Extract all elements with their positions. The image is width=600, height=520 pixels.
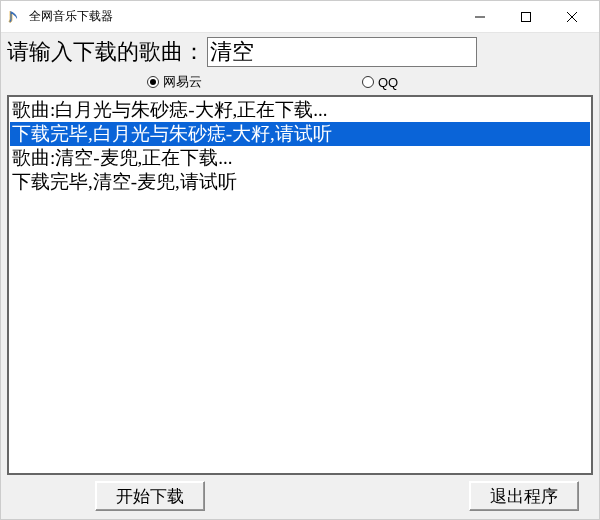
download-button[interactable]: 开始下载 <box>95 481 205 511</box>
title-bar: 全网音乐下载器 <box>1 1 599 33</box>
download-button-label: 开始下载 <box>116 485 184 508</box>
minimize-button[interactable] <box>457 1 503 33</box>
exit-button[interactable]: 退出程序 <box>469 481 579 511</box>
close-button[interactable] <box>549 1 595 33</box>
song-input[interactable] <box>207 37 477 67</box>
radio-group: 网易云 QQ <box>147 73 558 91</box>
radio-qq[interactable]: QQ <box>362 75 398 90</box>
window-title: 全网音乐下载器 <box>29 8 113 25</box>
list-item[interactable]: 歌曲:清空-麦兜,正在下载... <box>10 146 590 170</box>
log-listbox[interactable]: 歌曲:白月光与朱砂痣-大籽,正在下载...下载完毕,白月光与朱砂痣-大籽,请试听… <box>7 95 593 475</box>
radio-dot-icon <box>362 76 374 88</box>
input-row: 请输入下载的歌曲： <box>5 35 595 71</box>
app-window: 全网音乐下载器 请输入下载的歌曲： 网易云 QQ <box>0 0 600 520</box>
app-icon <box>7 9 23 25</box>
source-radio-row: 网易云 QQ <box>5 71 595 95</box>
list-item[interactable]: 下载完毕,清空-麦兜,请试听 <box>10 170 590 194</box>
list-item[interactable]: 下载完毕,白月光与朱砂痣-大籽,请试听 <box>10 122 590 146</box>
radio-dot-icon <box>147 76 159 88</box>
radio-label-qq: QQ <box>378 75 398 90</box>
list-item[interactable]: 歌曲:白月光与朱砂痣-大籽,正在下载... <box>10 98 590 122</box>
maximize-button[interactable] <box>503 1 549 33</box>
radio-label-netease: 网易云 <box>163 73 202 91</box>
radio-netease[interactable]: 网易云 <box>147 73 202 91</box>
input-label: 请输入下载的歌曲： <box>7 37 205 67</box>
content-area: 请输入下载的歌曲： 网易云 QQ 歌曲:白月光与朱砂痣-大籽,正在下载...下载… <box>1 33 599 519</box>
svg-rect-0 <box>522 12 531 21</box>
exit-button-label: 退出程序 <box>490 485 558 508</box>
button-row: 开始下载 退出程序 <box>5 475 595 515</box>
